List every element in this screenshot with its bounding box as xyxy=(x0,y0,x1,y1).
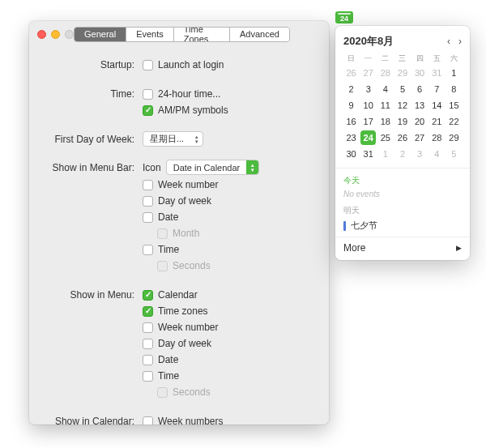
calendar-day[interactable]: 21 xyxy=(429,114,445,129)
tab-timezones[interactable]: Time Zones xyxy=(174,28,230,41)
window-controls xyxy=(37,30,74,39)
label-ampm: AM/PM symbols xyxy=(158,105,228,116)
label-icon: Icon xyxy=(143,162,161,173)
checkbox-menu-weeknumber[interactable] xyxy=(143,322,153,333)
select-first-day[interactable]: 星期日... ▲▼ xyxy=(143,131,203,147)
calendar-day[interactable]: 13 xyxy=(412,98,428,113)
event-item[interactable]: 七夕节 xyxy=(343,220,462,232)
calendar-grid: 日一二三四五六262728293031123456789101112131415… xyxy=(343,53,462,161)
event-title: 七夕节 xyxy=(351,220,377,232)
close-icon[interactable] xyxy=(37,30,46,39)
calendar-day[interactable]: 1 xyxy=(377,147,393,161)
calendar-day[interactable]: 12 xyxy=(394,98,410,113)
calendar-day[interactable]: 16 xyxy=(343,114,359,129)
calendar-day[interactable]: 20 xyxy=(412,114,428,129)
menubar-calendar-icon[interactable]: 24 xyxy=(335,11,353,23)
checkbox-menu-time[interactable] xyxy=(143,371,153,382)
more-button[interactable]: More ▶ xyxy=(335,237,470,255)
checkbox-mb-month xyxy=(157,228,168,239)
calendar-day[interactable]: 27 xyxy=(412,130,428,145)
calendar-dow-header: 日 xyxy=(343,53,359,64)
popover-month-title: 2020年8月 xyxy=(343,34,394,49)
calendar-day[interactable]: 10 xyxy=(360,98,376,113)
label-menubar: Show in Menu Bar: xyxy=(44,160,143,173)
tab-general[interactable]: General xyxy=(75,28,126,41)
minimize-icon[interactable] xyxy=(51,30,60,39)
calendar-day[interactable]: 2 xyxy=(343,82,359,96)
checkbox-menu-dayofweek[interactable] xyxy=(143,339,153,349)
no-events-text: No events xyxy=(343,190,462,198)
calendar-dow-header: 四 xyxy=(412,53,428,64)
calendar-day[interactable]: 31 xyxy=(429,66,445,80)
calendar-day[interactable]: 27 xyxy=(360,66,376,80)
calendar-day[interactable]: 2 xyxy=(394,147,410,161)
prev-month-button[interactable]: ‹ xyxy=(447,36,450,47)
calendar-day[interactable]: 26 xyxy=(394,130,410,145)
calendar-day[interactable]: 9 xyxy=(343,98,359,113)
tab-advanced[interactable]: Advanced xyxy=(230,28,289,41)
checkbox-mb-seconds xyxy=(157,261,168,271)
checkbox-mb-dayofweek[interactable] xyxy=(143,196,153,207)
select-menubar-icon-value: Date in Calendar xyxy=(167,163,247,173)
calendar-dow-header: 一 xyxy=(360,53,376,64)
checkbox-mb-weeknumber[interactable] xyxy=(143,180,153,190)
tomorrow-heading: 明天 xyxy=(343,205,462,216)
calendar-day[interactable]: 28 xyxy=(429,130,445,145)
next-month-button[interactable]: › xyxy=(458,36,462,47)
calendar-day[interactable]: 4 xyxy=(377,82,393,96)
event-color-bar xyxy=(343,221,346,231)
checkbox-cal-weeknumbers[interactable] xyxy=(143,416,153,425)
calendar-day[interactable]: 11 xyxy=(377,98,393,113)
label-firstday: First Day of Week: xyxy=(44,131,143,145)
calendar-day[interactable]: 14 xyxy=(429,98,445,113)
checkbox-menu-seconds xyxy=(157,387,168,398)
checkbox-launch-at-login[interactable] xyxy=(143,60,153,70)
calendar-day[interactable]: 8 xyxy=(446,82,462,96)
calendar-day[interactable]: 7 xyxy=(429,82,445,96)
label-launch-at-login: Launch at login xyxy=(158,59,224,70)
calendar-day[interactable]: 31 xyxy=(360,147,376,161)
label-menu: Show in Menu: xyxy=(44,287,143,301)
calendar-day[interactable]: 24 xyxy=(360,130,376,145)
checkbox-24hour[interactable] xyxy=(143,89,153,100)
calendar-day[interactable]: 22 xyxy=(446,114,462,129)
calendar-day[interactable]: 5 xyxy=(394,82,410,96)
tab-events[interactable]: Events xyxy=(126,28,174,41)
checkbox-menu-date[interactable] xyxy=(143,355,153,365)
calendar-day[interactable]: 5 xyxy=(446,147,462,161)
calendar-day[interactable]: 1 xyxy=(446,66,462,80)
preferences-window: General Events Time Zones Advanced Start… xyxy=(29,21,329,425)
calendar-day[interactable]: 25 xyxy=(377,130,393,145)
chevron-updown-icon: ▲▼ xyxy=(190,132,202,146)
zoom-icon xyxy=(65,30,74,39)
select-first-day-value: 星期日... xyxy=(143,133,190,145)
calendar-day[interactable]: 18 xyxy=(377,114,393,129)
calendar-day[interactable]: 6 xyxy=(412,82,428,96)
calendar-day[interactable]: 29 xyxy=(446,130,462,145)
label-startup: Startup: xyxy=(44,57,143,70)
checkbox-mb-time[interactable] xyxy=(143,245,153,255)
calendar-day[interactable]: 28 xyxy=(377,66,393,80)
play-icon: ▶ xyxy=(456,244,462,252)
checkbox-menu-calendar[interactable] xyxy=(143,290,153,301)
calendar-day[interactable]: 30 xyxy=(343,147,359,161)
checkbox-mb-date[interactable] xyxy=(143,212,153,223)
calendar-day[interactable]: 15 xyxy=(446,98,462,113)
select-menubar-icon[interactable]: Date in Calendar ▲▼ xyxy=(166,160,260,175)
calendar-day[interactable]: 30 xyxy=(412,66,428,80)
calendar-day[interactable]: 3 xyxy=(412,147,428,161)
label-time: Time: xyxy=(44,86,143,100)
checkbox-ampm[interactable] xyxy=(143,105,153,116)
checkbox-menu-timezones[interactable] xyxy=(143,306,153,317)
calendar-day[interactable]: 17 xyxy=(360,114,376,129)
calendar-day[interactable]: 19 xyxy=(394,114,410,129)
calendar-day[interactable]: 4 xyxy=(429,147,445,161)
chevron-updown-icon: ▲▼ xyxy=(246,160,258,174)
calendar-day[interactable]: 26 xyxy=(343,66,359,80)
calendar-dow-header: 二 xyxy=(377,53,393,64)
calendar-day[interactable]: 23 xyxy=(343,130,359,145)
calendar-day[interactable]: 3 xyxy=(360,82,376,96)
calendar-day[interactable]: 29 xyxy=(394,66,410,80)
content-area: Startup: Launch at login Time: 24-hour t… xyxy=(29,47,329,425)
calendar-dow-header: 三 xyxy=(394,53,410,64)
